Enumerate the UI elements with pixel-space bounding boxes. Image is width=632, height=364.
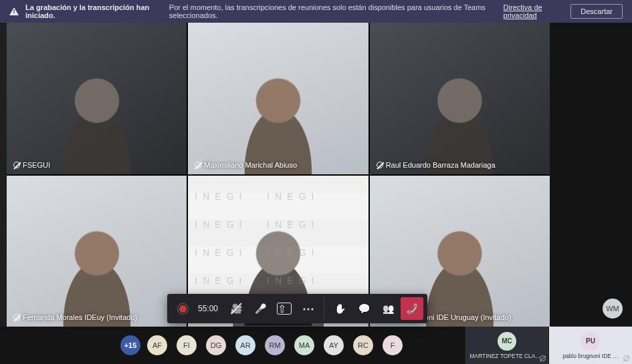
spotlight-card[interactable]: PU pablo brugnoni IDE … (548, 327, 632, 364)
chat-button[interactable] (352, 297, 375, 320)
spotlight-name: MARTINEZ TOPETE CLAUD… (469, 353, 544, 359)
video-grid: FSEGUI Maximiliano Marichal Abiuso Raul … (7, 23, 550, 327)
avatar[interactable]: AY (324, 335, 344, 355)
banner-message: Por el momento, las transcripciones de r… (169, 3, 502, 19)
participant-name: Fernanda Morales IDEuy (Invitado) (23, 313, 137, 321)
call-controls: 55:00 (167, 294, 427, 323)
participant-label: Raul Eduardo Barraza Madariaga (374, 160, 498, 170)
more-actions-button[interactable] (297, 297, 320, 320)
mic-toggle-button[interactable] (249, 297, 272, 320)
video-tile[interactable]: Raul Eduardo Barraza Madariaga (370, 23, 550, 174)
participants-button[interactable] (377, 297, 399, 320)
avatar[interactable]: FI (177, 335, 197, 355)
call-timer: 55:00 (195, 304, 223, 313)
warning-icon (9, 7, 19, 15)
mic-muted-icon (13, 162, 20, 168)
recording-banner: La grabación y la transcripción han inic… (0, 0, 632, 23)
avatar[interactable]: F (383, 335, 403, 355)
dismiss-button[interactable]: Descartar (570, 4, 623, 19)
hangup-button[interactable] (401, 297, 423, 320)
spotlight-cards: MC MARTINEZ TOPETE CLAUD… PU pablo brugn… (465, 327, 632, 364)
avatar[interactable]: MA (294, 335, 314, 355)
raise-hand-button[interactable] (328, 297, 351, 320)
participant-name: Raul Eduardo Barraza Madariaga (386, 161, 496, 169)
stage-right-fill (550, 23, 632, 327)
spotlight-name: pablo brugnoni IDE … (562, 353, 619, 359)
video-tile[interactable]: Fernanda Morales IDEuy (Invitado) (7, 176, 187, 327)
divider (324, 297, 324, 320)
participant-label: Fernanda Morales IDEuy (Invitado) (11, 312, 140, 323)
participant-name: FSEGUI (23, 161, 50, 169)
mic-muted-icon (540, 355, 546, 361)
avatar[interactable]: WM (603, 299, 623, 319)
overflow-count[interactable]: +15 (120, 335, 140, 355)
participant-name: Maximiliano Marichal Abiuso (204, 161, 297, 169)
mic-muted-icon (13, 314, 20, 321)
avatar[interactable]: AR (235, 335, 255, 355)
spotlight-card[interactable]: MC MARTINEZ TOPETE CLAUD… (465, 327, 548, 364)
avatar: PU (581, 332, 600, 351)
participant-label: FSEGUI (11, 160, 53, 170)
video-tile[interactable]: Maximiliano Marichal Abiuso (188, 23, 368, 174)
mic-muted-icon (623, 355, 629, 361)
share-screen-button[interactable] (273, 297, 296, 320)
mic-muted-icon (377, 162, 383, 168)
avatar[interactable]: DG (206, 335, 226, 355)
privacy-link[interactable]: Directiva de privacidad (504, 3, 571, 19)
avatar[interactable]: RC (353, 335, 373, 355)
banner-title: La grabación y la transcripción han inic… (25, 3, 167, 19)
video-tile[interactable]: FSEGUI (7, 23, 187, 174)
recording-indicator (171, 297, 194, 320)
share-icon (277, 303, 292, 315)
avatar-row: AF FI DG AR RM MA AY RC F (147, 335, 403, 355)
avatar[interactable]: AF (147, 335, 167, 355)
record-icon (179, 305, 187, 313)
avatar[interactable]: RM (265, 335, 285, 355)
participant-label: Maximiliano Marichal Abiuso (192, 160, 300, 170)
avatar: MC (498, 332, 516, 351)
participants-strip: +15 AF FI DG AR RM MA AY RC F MC MARTINE… (0, 327, 632, 364)
camera-toggle-button[interactable] (225, 297, 247, 320)
mic-muted-icon (195, 162, 201, 168)
